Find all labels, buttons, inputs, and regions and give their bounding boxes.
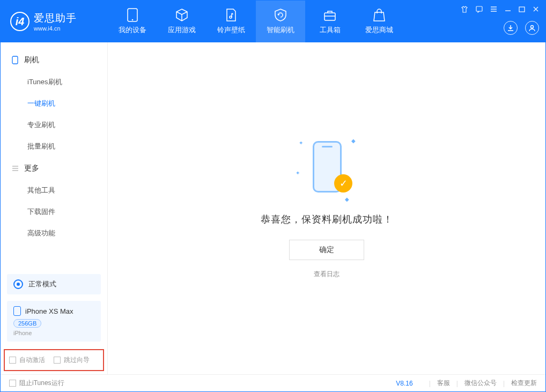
- menu-icon[interactable]: [490, 6, 497, 13]
- close-icon[interactable]: [533, 6, 539, 13]
- mode-status-icon: [13, 279, 23, 289]
- checkbox-icon: [54, 357, 61, 364]
- sidebar-item-download-firmware[interactable]: 下载固件: [1, 201, 107, 223]
- sidebar-item-itunes-flash[interactable]: iTunes刷机: [1, 71, 107, 93]
- svg-rect-7: [12, 56, 18, 64]
- link-wechat[interactable]: 微信公众号: [464, 379, 497, 388]
- tab-toolbox[interactable]: 工具箱: [305, 1, 355, 42]
- window-controls: [461, 1, 539, 13]
- svg-point-2: [230, 16, 232, 18]
- device-card[interactable]: iPhone XS Max 256GB iPhone: [7, 301, 101, 342]
- list-icon: [11, 165, 19, 172]
- toolbox-icon: [323, 8, 337, 22]
- device-type: iPhone: [13, 330, 94, 336]
- ok-button[interactable]: 确定: [289, 240, 364, 260]
- main-content: ✦✦◆◆ ✓ 恭喜您，保资料刷机成功啦！ 确定 查看日志: [108, 42, 545, 374]
- nav-tabs: 我的设备 应用游戏 铃声壁纸 智能刷机 工具箱 爱思商城: [108, 1, 404, 42]
- tab-apps-games[interactable]: 应用游戏: [157, 1, 206, 42]
- logo-icon: i4: [10, 12, 29, 31]
- svg-point-1: [132, 19, 134, 21]
- cube-icon: [175, 8, 189, 22]
- sidebar: 刷机 iTunes刷机 一键刷机 专业刷机 批量刷机 更多 其他工具 下载固件 …: [1, 42, 108, 374]
- tab-smart-flash[interactable]: 智能刷机: [256, 1, 305, 42]
- tab-store[interactable]: 爱思商城: [355, 1, 404, 42]
- version-label: V8.16: [396, 380, 412, 387]
- download-icon[interactable]: [504, 21, 518, 35]
- sidebar-item-other-tools[interactable]: 其他工具: [1, 180, 107, 201]
- tab-label: 铃声壁纸: [217, 25, 245, 35]
- svg-rect-3: [324, 13, 335, 20]
- success-message: 恭喜您，保资料刷机成功啦！: [261, 213, 393, 226]
- sidebar-group-flash: 刷机: [1, 49, 107, 71]
- device-name: iPhone XS Max: [25, 307, 73, 315]
- checkbox-label: 阻止iTunes运行: [19, 379, 64, 388]
- group-title: 刷机: [24, 55, 39, 65]
- checkbox-skip-guide[interactable]: 跳过向导: [54, 356, 90, 365]
- success-illustration: ✦✦◆◆ ✓: [294, 138, 359, 202]
- svg-point-6: [531, 26, 534, 28]
- checkbox-label: 跳过向导: [64, 356, 90, 365]
- link-customer-service[interactable]: 客服: [437, 379, 450, 388]
- bag-icon: [372, 8, 386, 22]
- footer: 阻止iTunes运行 V8.16 | 客服 | 微信公众号 | 检查更新: [1, 374, 545, 391]
- app-header: i4 爱思助手 www.i4.cn 我的设备 应用游戏 铃声壁纸 智能刷机 工具…: [1, 1, 545, 42]
- app-name-en: www.i4.cn: [34, 25, 77, 32]
- sidebar-item-batch-flash[interactable]: 批量刷机: [1, 136, 107, 157]
- shirt-icon[interactable]: [461, 6, 468, 13]
- device-icon: [126, 8, 139, 22]
- link-check-update[interactable]: 检查更新: [511, 379, 537, 388]
- device-capacity: 256GB: [13, 319, 41, 328]
- highlighted-options: 自动激活 跳过向导: [4, 349, 104, 371]
- logo: i4 爱思助手 www.i4.cn: [1, 11, 108, 32]
- phone-icon: [13, 306, 21, 316]
- svg-rect-5: [519, 7, 525, 12]
- checkbox-block-itunes[interactable]: 阻止iTunes运行: [9, 379, 64, 388]
- tab-label: 爱思商城: [365, 25, 393, 35]
- group-title: 更多: [24, 164, 39, 173]
- check-badge-icon: ✓: [334, 174, 352, 193]
- mode-label: 正常模式: [28, 279, 56, 289]
- checkbox-icon: [9, 380, 16, 387]
- app-name-cn: 爱思助手: [34, 11, 77, 25]
- music-file-icon: [224, 8, 238, 22]
- tab-label: 应用游戏: [168, 25, 196, 35]
- device-mode-card[interactable]: 正常模式: [7, 274, 101, 294]
- phone-icon: [11, 56, 19, 64]
- checkbox-auto-activate[interactable]: 自动激活: [9, 356, 45, 365]
- tab-label: 我的设备: [119, 25, 146, 35]
- minimize-icon[interactable]: [505, 6, 511, 13]
- tab-ringtones-wallpapers[interactable]: 铃声壁纸: [206, 1, 256, 42]
- maximize-icon[interactable]: [519, 6, 525, 13]
- feedback-icon[interactable]: [476, 6, 483, 13]
- tab-label: 智能刷机: [267, 25, 294, 35]
- checkbox-icon: [9, 357, 16, 364]
- sidebar-group-more: 更多: [1, 157, 107, 180]
- svg-rect-4: [476, 6, 482, 11]
- view-log-link[interactable]: 查看日志: [314, 270, 340, 279]
- checkbox-label: 自动激活: [19, 356, 45, 365]
- user-icon[interactable]: [525, 21, 539, 35]
- tab-label: 工具箱: [320, 25, 341, 35]
- sidebar-item-advanced[interactable]: 高级功能: [1, 223, 107, 244]
- sidebar-item-oneclick-flash[interactable]: 一键刷机: [1, 93, 107, 114]
- shield-refresh-icon: [274, 8, 287, 22]
- tab-my-device[interactable]: 我的设备: [108, 1, 157, 42]
- sidebar-item-pro-flash[interactable]: 专业刷机: [1, 114, 107, 136]
